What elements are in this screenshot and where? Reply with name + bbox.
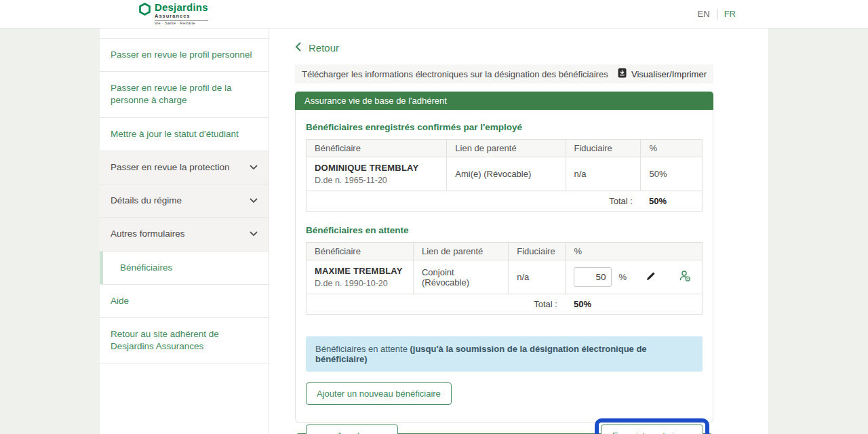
sidebar-item-retour-site-adherent[interactable]: Retour au site adhérent de Desjardins As… bbox=[100, 317, 269, 363]
chevron-down-icon bbox=[250, 161, 258, 174]
action-highlight-box: Enregistrer et signer bbox=[595, 418, 709, 434]
view-print-label: Visualiser/Imprimer bbox=[631, 69, 707, 79]
beneficiary-fiduciary: n/a bbox=[566, 157, 641, 191]
total-value: 50% bbox=[641, 191, 703, 212]
beneficiary-dob: D.de n. 1990-10-20 bbox=[315, 279, 405, 288]
logo-brand-text: Desjardins bbox=[155, 2, 208, 12]
column-header-percent: % bbox=[566, 243, 703, 260]
sidebar-item-label: Bénéficiaires bbox=[120, 262, 172, 274]
total-label: Total : bbox=[307, 191, 641, 212]
main-content: Retour Télécharger les informations élec… bbox=[269, 28, 713, 434]
back-label: Retour bbox=[309, 42, 339, 54]
column-header-lien-parente: Lien de parenté bbox=[447, 140, 566, 157]
column-header-percent: % bbox=[641, 140, 703, 157]
lang-en-link[interactable]: EN bbox=[698, 9, 710, 19]
pencil-icon bbox=[646, 273, 656, 283]
save-and-sign-button[interactable]: Enregistrer et signer bbox=[601, 425, 703, 434]
beneficiary-name: DOMINIQUE TREMBLAY bbox=[315, 163, 438, 173]
panel-title: Assurance vie de base de l'adhérent bbox=[304, 96, 447, 106]
panel-title-bar: Assurance vie de base de l'adhérent bbox=[295, 92, 713, 110]
form-actions: Annuler Enregistrer et signer bbox=[306, 418, 703, 434]
document-download-icon bbox=[618, 68, 627, 80]
chevron-down-icon bbox=[250, 195, 258, 207]
sidebar-item-statut-etudiant[interactable]: Mettre à jour le statut d'étudiant bbox=[100, 117, 269, 151]
total-row: Total : 50% bbox=[307, 191, 703, 212]
total-label: Total : bbox=[307, 294, 566, 315]
edit-beneficiary-button[interactable] bbox=[643, 271, 658, 283]
back-link[interactable]: Retour bbox=[295, 42, 339, 54]
chevron-left-icon bbox=[295, 42, 301, 54]
page-container: Passer en revue le profil personnel Pass… bbox=[100, 28, 768, 434]
beneficiaries-card: Bénéficiaires enregistrés confirmés par … bbox=[295, 110, 713, 423]
column-header-lien-parente: Lien de parenté bbox=[413, 243, 508, 260]
column-header-fiduciaire: Fiduciaire bbox=[509, 243, 566, 260]
sidebar-item-label: Passer en revue la protection bbox=[111, 161, 230, 174]
confirmed-section-heading: Bénéficiaires enregistrés confirmés par … bbox=[306, 122, 703, 132]
view-print-link[interactable]: Visualiser/Imprimer bbox=[618, 68, 707, 80]
person-remove-icon bbox=[679, 274, 691, 284]
remove-beneficiary-button[interactable] bbox=[676, 270, 694, 284]
table-row: MAXIME TREMBLAY D.de n. 1990-10-20 Conjo… bbox=[307, 260, 703, 294]
beneficiary-relation: Ami(e) (Révocable) bbox=[447, 157, 566, 191]
sidebar-item-protection[interactable]: Passer en revue la protection bbox=[100, 151, 269, 184]
sidebar-item-beneficiaires[interactable]: Bénéficiaires bbox=[100, 251, 269, 284]
sidebar-item-label: Aide bbox=[111, 295, 129, 307]
sidebar-item-aide[interactable]: Aide bbox=[100, 284, 269, 317]
beneficiary-fiduciary: n/a bbox=[509, 260, 566, 294]
sidebar-item-profil-personnel[interactable]: Passer en revue le profil personnel bbox=[100, 38, 269, 71]
table-row: DOMINIQUE TREMBLAY D.de n. 1965-11-20 Am… bbox=[307, 157, 703, 191]
cancel-button[interactable]: Annuler bbox=[306, 425, 398, 434]
percent-input[interactable] bbox=[574, 267, 612, 287]
sidebar-item-autres-formulaires[interactable]: Autres formulaires bbox=[100, 217, 269, 250]
desjardins-logo: Desjardins Assurances Vie · Santé · Retr… bbox=[139, 2, 208, 26]
column-header-beneficiaire: Bénéficiaire bbox=[307, 140, 447, 157]
pending-section-heading: Bénéficiaires en attente bbox=[306, 225, 703, 235]
pending-notice-banner: Bénéficiaires en attente (jusqu'à la sou… bbox=[306, 336, 703, 372]
lang-divider bbox=[717, 9, 717, 20]
beneficiary-relation: Conjoint (Révocable) bbox=[413, 260, 508, 294]
chevron-down-icon bbox=[250, 228, 258, 240]
sidebar-nav: Passer en revue le profil personnel Pass… bbox=[100, 28, 269, 434]
total-row: Total : 50% bbox=[307, 294, 703, 315]
total-value: 50% bbox=[566, 294, 703, 315]
download-info-text: Télécharger les informations électroniqu… bbox=[302, 69, 608, 79]
sidebar-item-label: Détails du régime bbox=[111, 195, 182, 207]
download-info-row: Télécharger les informations électroniqu… bbox=[295, 64, 713, 83]
lang-fr-link[interactable]: FR bbox=[724, 9, 736, 19]
beneficiary-percent: 50% bbox=[641, 157, 703, 191]
sidebar-item-label: Autres formulaires bbox=[111, 228, 185, 240]
pending-beneficiaries-table: Bénéficiaire Lien de parenté Fiduciaire … bbox=[306, 242, 703, 315]
add-beneficiary-button[interactable]: Ajouter un nouveau bénéficiaire bbox=[306, 382, 452, 405]
notice-text: Bénéficiaires en attente bbox=[315, 344, 410, 354]
percent-suffix: % bbox=[618, 272, 627, 282]
confirmed-beneficiaries-table: Bénéficiaire Lien de parenté Fiduciaire … bbox=[306, 139, 703, 212]
sidebar-item-label: Passer en revue le profil personnel bbox=[111, 49, 252, 61]
sidebar-item-profil-personne-a-charge[interactable]: Passer en revue le profil de la personne… bbox=[100, 71, 269, 117]
beneficiary-dob: D.de n. 1965-11-20 bbox=[315, 176, 438, 185]
sidebar-item-label: Retour au site adhérent de Desjardins As… bbox=[111, 328, 258, 353]
logo-sub-text: Assurances bbox=[155, 14, 208, 19]
top-header: Desjardins Assurances Vie · Santé · Retr… bbox=[0, 0, 868, 28]
sidebar-item-details-regime[interactable]: Détails du régime bbox=[100, 184, 269, 217]
column-header-fiduciaire: Fiduciaire bbox=[566, 140, 641, 157]
sidebar-item-label: Mettre à jour le statut d'étudiant bbox=[111, 128, 239, 140]
logo-tagline-text: Vie · Santé · Retraite bbox=[155, 20, 208, 26]
desjardins-hexagon-icon bbox=[139, 3, 151, 18]
sidebar-item-label: Passer en revue le profil de la personne… bbox=[111, 82, 258, 106]
beneficiary-name: MAXIME TREMBLAY bbox=[315, 266, 405, 276]
column-header-beneficiaire: Bénéficiaire bbox=[307, 243, 414, 260]
language-switcher: EN FR bbox=[698, 9, 736, 20]
